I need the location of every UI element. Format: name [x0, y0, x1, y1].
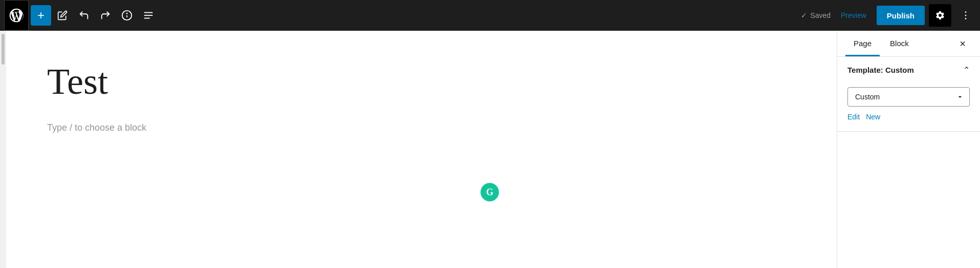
- post-title[interactable]: Test: [47, 61, 796, 102]
- sidebar-tabs: Page Block ×: [837, 31, 980, 57]
- grammarly-badge[interactable]: G: [481, 183, 499, 201]
- saved-status: ✓ Saved: [801, 11, 831, 19]
- block-placeholder[interactable]: Type / to choose a block: [47, 122, 796, 133]
- more-options-button[interactable]: [955, 5, 976, 26]
- svg-point-6: [965, 11, 967, 13]
- preview-button[interactable]: Preview: [835, 7, 873, 24]
- template-select[interactable]: Custom Default: [847, 87, 970, 107]
- template-new-link[interactable]: New: [866, 113, 880, 121]
- wp-logo[interactable]: [4, 0, 29, 31]
- info-button[interactable]: [117, 5, 137, 26]
- svg-point-7: [965, 15, 967, 16]
- template-section-title: Template: Custom: [847, 66, 914, 74]
- redo-icon: [100, 10, 111, 21]
- list-view-button[interactable]: [138, 5, 159, 26]
- toolbar-left: +: [31, 5, 799, 26]
- toolbar-right: ✓ Saved Preview Publish: [801, 4, 976, 27]
- saved-checkmark: ✓: [801, 11, 807, 19]
- editor-with-scroll: Test Type / to choose a block: [0, 31, 837, 268]
- edit-icon: [57, 10, 68, 20]
- editor-scrollbar[interactable]: [0, 31, 6, 268]
- editor-area[interactable]: Test Type / to choose a block: [6, 31, 837, 268]
- chevron-up-icon: ⌃: [963, 65, 970, 75]
- settings-button[interactable]: [929, 4, 951, 27]
- list-view-icon: [143, 10, 154, 21]
- undo-icon: [78, 10, 90, 21]
- scrollbar-thumb: [2, 34, 5, 65]
- toolbar: +: [0, 0, 980, 31]
- tab-block[interactable]: Block: [882, 31, 917, 56]
- add-block-button[interactable]: +: [31, 5, 51, 26]
- redo-button[interactable]: [95, 5, 116, 26]
- template-header[interactable]: Template: Custom ⌃: [837, 57, 980, 83]
- main-layout: Test Type / to choose a block G Page Blo…: [0, 31, 980, 268]
- undo-button[interactable]: [74, 5, 94, 26]
- tools-button[interactable]: [52, 5, 73, 26]
- close-sidebar-button[interactable]: ×: [953, 34, 972, 53]
- template-body: Custom Default Edit New: [837, 83, 980, 131]
- template-edit-link[interactable]: Edit: [847, 113, 860, 121]
- info-icon: [121, 10, 133, 21]
- wordpress-icon: [8, 7, 25, 24]
- svg-point-8: [965, 18, 967, 19]
- more-options-icon: [960, 10, 971, 21]
- saved-text: Saved: [810, 11, 831, 19]
- template-section: Template: Custom ⌃ Custom Default Edit N…: [837, 57, 980, 132]
- publish-button[interactable]: Publish: [877, 6, 925, 25]
- settings-icon: [935, 10, 945, 20]
- sidebar-content: Template: Custom ⌃ Custom Default Edit N…: [837, 57, 980, 132]
- template-links: Edit New: [847, 113, 970, 121]
- tab-page[interactable]: Page: [845, 31, 880, 56]
- sidebar: Page Block × Template: Custom ⌃ Custom D…: [837, 31, 980, 268]
